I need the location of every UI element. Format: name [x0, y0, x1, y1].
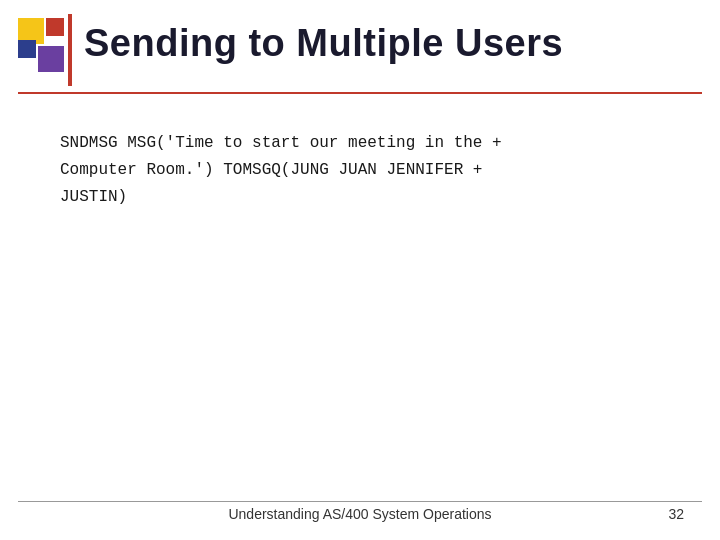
- code-block: SNDMSG MSG('Time to start our meeting in…: [60, 130, 502, 212]
- decorative-squares: [18, 18, 66, 86]
- square-blue: [18, 40, 36, 58]
- square-red: [46, 18, 64, 36]
- title-rule: [18, 92, 702, 94]
- code-line-1: SNDMSG MSG('Time to start our meeting in…: [60, 130, 502, 157]
- footer-page-number: 32: [668, 506, 684, 522]
- footer: Understanding AS/400 System Operations 3…: [0, 506, 720, 522]
- square-purple: [38, 46, 64, 72]
- slide: Sending to Multiple Users SNDMSG MSG('Ti…: [0, 0, 720, 540]
- vertical-accent-line: [68, 14, 72, 86]
- footer-line: [18, 501, 702, 502]
- code-line-2: Computer Room.') TOMSGQ(JUNG JUAN JENNIF…: [60, 157, 502, 184]
- footer-text: Understanding AS/400 System Operations: [0, 506, 720, 522]
- code-line-3: JUSTIN): [60, 184, 502, 211]
- slide-title: Sending to Multiple Users: [84, 22, 563, 65]
